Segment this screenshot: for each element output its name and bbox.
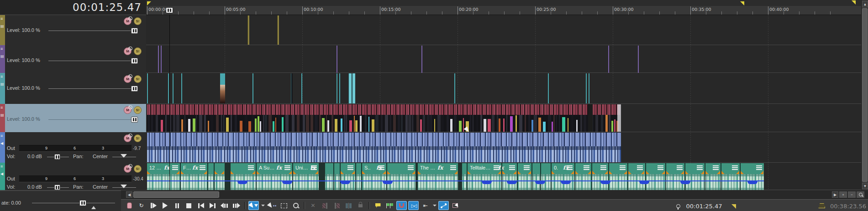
track-menu-icon[interactable]: ≡ [0, 16, 3, 21]
video-clip[interactable] [161, 46, 162, 73]
envelope-edit-tool-button[interactable] [267, 201, 277, 210]
go-to-end-button[interactable] [207, 201, 218, 210]
event-menu-icon[interactable] [509, 165, 515, 170]
mute-button[interactable]: M [124, 75, 132, 83]
event-menu-icon[interactable] [379, 165, 384, 170]
fade-out-handle[interactable] [454, 171, 458, 174]
track-header[interactable]: ≡◀MS!Out963-30.4Vol:0.0 dBPan:Center [0, 163, 146, 190]
envelope-dip[interactable] [561, 181, 571, 184]
mute-button[interactable]: M [124, 165, 132, 173]
video-clip[interactable] [608, 46, 609, 73]
event-menu-icon[interactable] [248, 165, 254, 170]
level-slider-handle[interactable] [131, 58, 138, 64]
timeline-event-area[interactable]: 12 …fxF…fxA Su…fxUni…fxS..fxThe …fxTellt… [146, 15, 861, 190]
fade-out-handle[interactable] [528, 171, 531, 174]
event-menu-icon[interactable] [658, 165, 663, 170]
vol-value[interactable]: 0.0 dB [27, 184, 42, 190]
event-menu-icon[interactable] [584, 165, 589, 170]
fade-out-handle[interactable] [315, 171, 318, 174]
horizontal-scrollbar[interactable]: ◀▶+− [121, 190, 868, 199]
vscroll-up-arrow[interactable]: ▲ [862, 1, 868, 7]
fade-out-handle[interactable] [760, 171, 763, 174]
fade-in-handle[interactable] [341, 171, 344, 174]
mute-button[interactable]: M [124, 106, 132, 114]
envelope-dip[interactable] [340, 181, 350, 184]
fade-out-handle[interactable] [176, 171, 179, 174]
video-clip[interactable] [454, 73, 455, 103]
video-clip[interactable] [173, 73, 174, 103]
fade-out-handle[interactable] [352, 171, 355, 174]
audio-event-band-headers[interactable] [147, 133, 621, 146]
video-clip-dark[interactable] [291, 73, 293, 103]
video-clip[interactable] [586, 73, 587, 103]
envelope-dip[interactable] [282, 181, 292, 184]
fade-out-handle[interactable] [624, 171, 627, 174]
video-clip[interactable] [589, 73, 589, 103]
video-clip[interactable] [337, 46, 337, 73]
hscroll-left-arrow[interactable]: ◀ [126, 191, 132, 198]
hscroll-right-arrow[interactable]: ▶ [832, 191, 838, 198]
zoom-tool-button[interactable] [857, 191, 864, 198]
video-clip[interactable] [168, 73, 169, 103]
event-menu-icon[interactable] [311, 165, 317, 170]
level-slider-track[interactable] [48, 31, 137, 31]
mute-button[interactable]: M [124, 17, 132, 25]
track-color-strip[interactable]: ≡▤ [0, 15, 5, 45]
video-clip[interactable] [247, 15, 249, 45]
fade-in-handle[interactable] [741, 171, 744, 174]
loop-region-end-marker[interactable] [740, 1, 744, 5]
event-menu-icon[interactable] [284, 165, 290, 170]
fade-in-handle[interactable] [147, 171, 150, 174]
fade-in-handle[interactable] [257, 171, 260, 174]
insert-marker-button[interactable] [373, 201, 383, 210]
fade-out-handle[interactable] [513, 171, 516, 174]
track-header[interactable]: ≡▤MS!Level: 100.0 % [0, 104, 146, 133]
fade-out-handle[interactable] [701, 171, 704, 174]
selection-edit-tool-button[interactable] [279, 201, 289, 210]
event-fx-icon[interactable]: fx [164, 165, 169, 171]
pause-button[interactable] [172, 201, 182, 210]
event-menu-icon[interactable] [756, 165, 762, 170]
fade-in-handle[interactable] [575, 171, 579, 174]
video-clip[interactable] [181, 73, 182, 103]
video-clip-header[interactable] [220, 73, 225, 85]
event-fx-icon[interactable]: fx [192, 165, 198, 171]
fade-in-handle[interactable] [362, 171, 365, 174]
stop-button[interactable] [184, 201, 194, 210]
event-fx-icon[interactable]: fx [276, 165, 282, 171]
solo-button[interactable]: S! [134, 75, 142, 83]
video-clip[interactable] [147, 73, 148, 103]
hscroll-thumb[interactable] [133, 191, 219, 198]
fade-out-handle[interactable] [605, 171, 608, 174]
record-button[interactable] [124, 201, 135, 210]
envelope-dip[interactable] [383, 181, 393, 184]
trim-start-button[interactable] [320, 201, 330, 210]
pan-value[interactable]: Center [93, 184, 108, 190]
fade-out-handle[interactable] [662, 171, 665, 174]
envelope-dip[interactable] [680, 181, 690, 184]
level-slider-handle[interactable] [131, 28, 138, 34]
rate-slider-track[interactable] [32, 203, 115, 203]
event-track-row[interactable] [146, 15, 861, 45]
video-event-band-headers[interactable] [147, 104, 621, 115]
envelope-dip[interactable] [507, 181, 517, 184]
video-clip[interactable] [339, 73, 340, 103]
envelope-dip[interactable] [482, 181, 492, 184]
envelope-dip[interactable] [237, 181, 247, 184]
envelope-dip[interactable] [747, 181, 758, 184]
event-menu-icon[interactable] [732, 165, 738, 170]
track-menu-icon[interactable]: ≡ [0, 134, 3, 138]
envelope-dip[interactable] [535, 181, 545, 184]
track-color-strip[interactable]: ≡◀ [0, 132, 5, 163]
video-clip[interactable] [548, 73, 549, 103]
track-menu-icon[interactable]: ≡ [0, 74, 3, 79]
fade-out-handle[interactable] [221, 171, 224, 174]
track-header[interactable]: ≡◀MS!Out963-9.7Vol:0.0 dBPan:Center [0, 132, 146, 163]
insert-region-button[interactable] [384, 201, 395, 210]
envelope-dip[interactable] [639, 181, 649, 184]
level-slider-handle[interactable] [131, 86, 138, 92]
master-timecode[interactable]: 00:01:25.47 [73, 1, 142, 13]
video-event-band-thumbnails[interactable] [147, 115, 621, 132]
fade-in-handle[interactable] [705, 171, 709, 174]
event-menu-icon[interactable] [172, 165, 178, 170]
